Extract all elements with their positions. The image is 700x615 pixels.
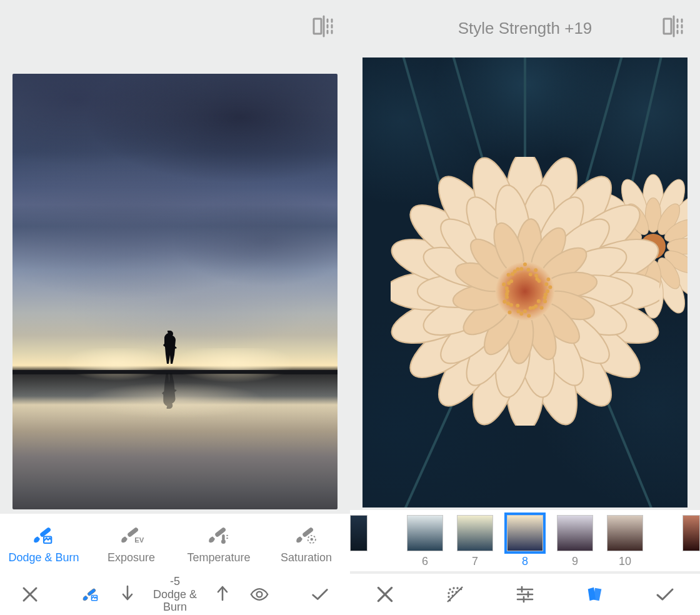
- cards-icon: [585, 584, 605, 604]
- cancel-button[interactable]: [350, 584, 420, 604]
- svg-point-26: [257, 592, 262, 598]
- filter-thumbnail: [682, 515, 700, 551]
- current-brush-indicator[interactable]: [61, 585, 121, 604]
- image-canvas[interactable]: [12, 74, 338, 509]
- filter-thumbnail: [350, 515, 368, 551]
- filter-thumb-8[interactable]: 8: [500, 515, 550, 568]
- svg-point-158: [534, 274, 538, 278]
- action-bar: [350, 574, 700, 615]
- svg-point-148: [509, 279, 513, 283]
- topbar: Style Strength +19: [350, 0, 700, 40]
- sliders-icon: [515, 584, 535, 604]
- overlay-text: Style Strength +19: [350, 19, 700, 38]
- svg-point-177: [449, 600, 451, 602]
- filter-thumbnail: [407, 515, 443, 551]
- increase-button[interactable]: [216, 584, 229, 604]
- filter-strip[interactable]: 678910: [350, 510, 700, 571]
- screen-style-filters: Style Strength +19: [350, 0, 700, 615]
- svg-point-175: [448, 596, 449, 598]
- mask-dots-icon: [445, 584, 465, 604]
- svg-point-162: [544, 282, 548, 286]
- svg-point-138: [508, 311, 512, 314]
- compare-icon[interactable]: [661, 14, 686, 39]
- svg-point-156: [529, 273, 532, 277]
- svg-point-14: [221, 539, 226, 543]
- svg-text:EV: EV: [134, 536, 144, 544]
- filter-thumbnail: [557, 515, 593, 551]
- decrease-button[interactable]: [121, 584, 134, 604]
- svg-point-19: [311, 538, 313, 540]
- filter-thumb-edge[interactable]: [650, 515, 700, 551]
- eye-icon: [250, 585, 269, 604]
- svg-point-127: [543, 300, 547, 304]
- action-bar: -5 Dodge & Burn: [0, 574, 350, 615]
- tool-label: Saturation: [281, 551, 332, 564]
- tool-label: Dodge & Burn: [8, 551, 79, 564]
- filter-label: 10: [619, 555, 631, 568]
- flower-main: [391, 157, 659, 426]
- filter-thumb-9[interactable]: 9: [550, 515, 600, 568]
- svg-point-129: [540, 306, 544, 310]
- svg-point-168: [449, 588, 451, 590]
- filter-thumb-10[interactable]: 10: [600, 515, 650, 568]
- apply-button[interactable]: [289, 585, 350, 604]
- svg-point-141: [502, 300, 506, 304]
- svg-point-155: [526, 268, 530, 272]
- svg-point-133: [527, 314, 531, 318]
- svg-point-160: [538, 279, 541, 283]
- filter-label: 6: [422, 555, 428, 568]
- arrow-down-icon: [121, 584, 134, 602]
- filter-thumbnail: [607, 515, 643, 551]
- tool-label: Temperature: [187, 551, 250, 564]
- svg-point-145: [505, 287, 509, 291]
- svg-point-170: [456, 587, 458, 589]
- filter-thumb-6[interactable]: 6: [400, 515, 450, 568]
- compare-icon[interactable]: [311, 14, 336, 39]
- svg-point-153: [519, 268, 523, 271]
- svg-point-125: [544, 293, 548, 297]
- tool-saturation[interactable]: Saturation: [262, 514, 350, 574]
- svg-rect-17: [302, 526, 314, 537]
- filter-label: 7: [472, 555, 478, 568]
- mask-button[interactable]: [420, 584, 490, 604]
- filter-thumb-edge[interactable]: [350, 515, 400, 551]
- silhouette: [162, 331, 179, 368]
- svg-point-132: [529, 306, 532, 310]
- cancel-button[interactable]: [0, 585, 61, 604]
- svg-rect-0: [314, 19, 321, 34]
- svg-rect-27: [664, 19, 671, 34]
- tool-temperature[interactable]: Temperature: [175, 514, 262, 574]
- svg-point-124: [546, 289, 549, 293]
- svg-point-173: [451, 591, 453, 592]
- svg-point-136: [516, 310, 520, 314]
- svg-point-152: [516, 268, 520, 271]
- svg-point-137: [516, 304, 519, 308]
- svg-point-134: [523, 309, 527, 313]
- styles-button[interactable]: [560, 584, 630, 604]
- value-readout[interactable]: -5 Dodge & Burn: [143, 575, 207, 614]
- tune-button[interactable]: [490, 584, 560, 604]
- svg-point-128: [537, 299, 541, 303]
- filter-label: 9: [572, 555, 578, 568]
- topbar: [0, 0, 350, 40]
- filter-thumb-7[interactable]: 7: [450, 515, 500, 568]
- value-adjuster: -5 Dodge & Burn: [121, 575, 229, 614]
- svg-point-149: [507, 273, 511, 277]
- arrow-up-icon: [216, 584, 229, 602]
- check-icon: [311, 585, 329, 604]
- svg-point-163: [548, 286, 552, 289]
- screen-brush-tool: Dodge & Burn EV Exposure Temperature: [0, 0, 350, 615]
- svg-point-161: [546, 278, 550, 281]
- apply-button[interactable]: [630, 584, 700, 604]
- close-icon: [21, 585, 39, 604]
- image-canvas[interactable]: [362, 58, 688, 508]
- filter-thumbnail: [457, 515, 493, 551]
- check-icon: [655, 584, 675, 604]
- tool-exposure[interactable]: EV Exposure: [88, 514, 175, 574]
- svg-point-157: [534, 269, 538, 272]
- tool-label: Exposure: [108, 551, 155, 564]
- svg-point-140: [506, 302, 510, 306]
- svg-point-171: [461, 589, 462, 591]
- preview-button[interactable]: [229, 585, 290, 604]
- tool-dodge-and-burn[interactable]: Dodge & Burn: [0, 514, 88, 574]
